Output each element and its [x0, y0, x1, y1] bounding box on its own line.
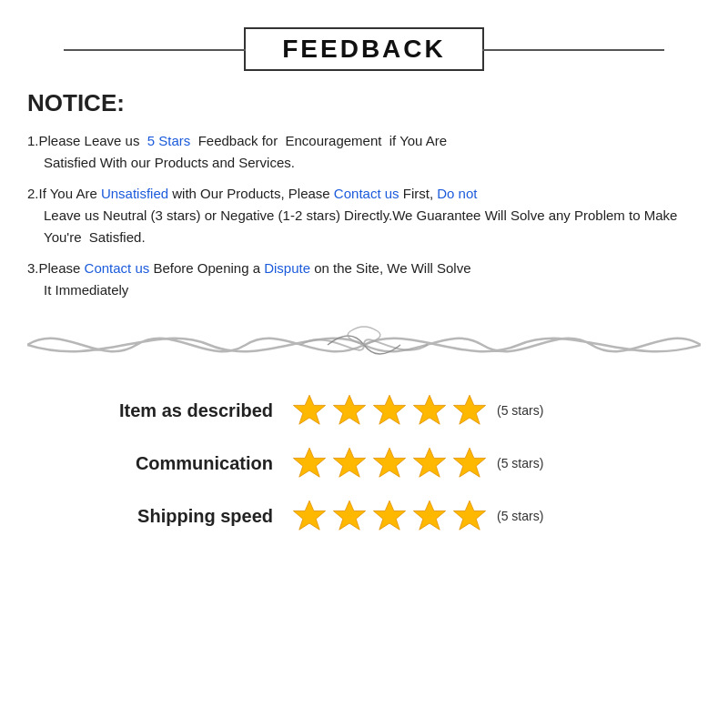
contact-us-1: Contact us [334, 186, 399, 201]
ship-star-3 [371, 498, 408, 534]
unsatisfied-text: Unsatisfied [101, 186, 168, 201]
star-count-item: (5 stars) [497, 403, 543, 418]
stars-item: (5 stars) [291, 392, 543, 429]
dispute-text: Dispute [264, 260, 310, 276]
svg-marker-13 [413, 500, 445, 530]
comm-star-1 [291, 445, 328, 481]
stars-shipping: (5 stars) [291, 498, 543, 534]
notice-item-2-text: 2.If You Are Unsatisfied with Our Produc… [27, 186, 701, 248]
rating-row-communication: Communication (5 stars) [46, 445, 682, 481]
notice-item-3-text: 3.Please Contact us Before Opening a Dis… [27, 260, 701, 301]
svg-marker-5 [293, 448, 325, 477]
svg-marker-14 [453, 500, 485, 530]
notice-item-2-indent: Leave us Neutral (3 stars) or Negative (… [27, 205, 701, 248]
notice-item-2: 2.If You Are Unsatisfied with Our Produc… [27, 183, 701, 248]
feedback-title: FEEDBACK [282, 35, 446, 63]
notice-heading: NOTICE: [27, 89, 701, 117]
ship-star-2 [331, 498, 368, 534]
ship-star-5 [451, 498, 488, 534]
rating-label-item: Item as described [46, 400, 273, 421]
rating-row-shipping: Shipping speed (5 stars) [46, 498, 682, 534]
ship-star-4 [411, 498, 448, 534]
feedback-header: FEEDBACK [27, 27, 701, 71]
notice-item-3: 3.Please Contact us Before Opening a Dis… [27, 258, 701, 301]
svg-marker-9 [453, 448, 485, 477]
svg-marker-12 [373, 500, 405, 530]
svg-marker-4 [453, 395, 485, 424]
notice-item-1-text: 1.Please Leave us 5 Stars Feedback for E… [27, 133, 701, 174]
comm-star-5 [451, 445, 488, 481]
rating-row-item-as-described: Item as described (5 stars) [46, 392, 682, 429]
contact-us-2: Contact us [85, 260, 150, 276]
svg-marker-0 [293, 395, 325, 424]
star-count-shipping: (5 stars) [497, 509, 543, 523]
divider-svg [27, 318, 701, 372]
feedback-title-box: FEEDBACK [244, 27, 484, 71]
notice-item-1-indent: Satisfied With our Products and Services… [27, 152, 701, 174]
svg-marker-2 [373, 395, 405, 424]
comm-star-3 [371, 445, 408, 481]
star-1 [291, 392, 328, 429]
rating-label-shipping: Shipping speed [46, 506, 273, 527]
comm-star-2 [331, 445, 368, 481]
stars-communication: (5 stars) [291, 445, 543, 481]
comm-star-4 [411, 445, 448, 481]
svg-marker-10 [293, 500, 325, 530]
rating-label-communication: Communication [46, 453, 273, 474]
decorative-divider [27, 318, 701, 372]
svg-marker-6 [333, 448, 365, 477]
notice-section: NOTICE: 1.Please Leave us 5 Stars Feedba… [27, 89, 701, 301]
svg-marker-1 [333, 395, 365, 424]
five-stars-text: 5 Stars [147, 133, 191, 148]
notice-list: 1.Please Leave us 5 Stars Feedback for E… [27, 130, 701, 301]
notice-item-1: 1.Please Leave us 5 Stars Feedback for E… [27, 130, 701, 174]
notice-item-3-indent: It Immediately [27, 279, 701, 301]
svg-marker-8 [413, 448, 445, 477]
star-4 [411, 392, 448, 429]
ratings-section: Item as described (5 stars) Communicatio… [27, 392, 701, 534]
do-not-text: Do not [437, 186, 477, 201]
star-count-communication: (5 stars) [497, 456, 543, 470]
star-3 [371, 392, 408, 429]
ship-star-1 [291, 498, 328, 534]
star-5 [451, 392, 488, 429]
svg-marker-7 [373, 448, 405, 477]
star-2 [331, 392, 368, 429]
svg-marker-11 [333, 500, 365, 530]
svg-marker-3 [413, 395, 445, 424]
